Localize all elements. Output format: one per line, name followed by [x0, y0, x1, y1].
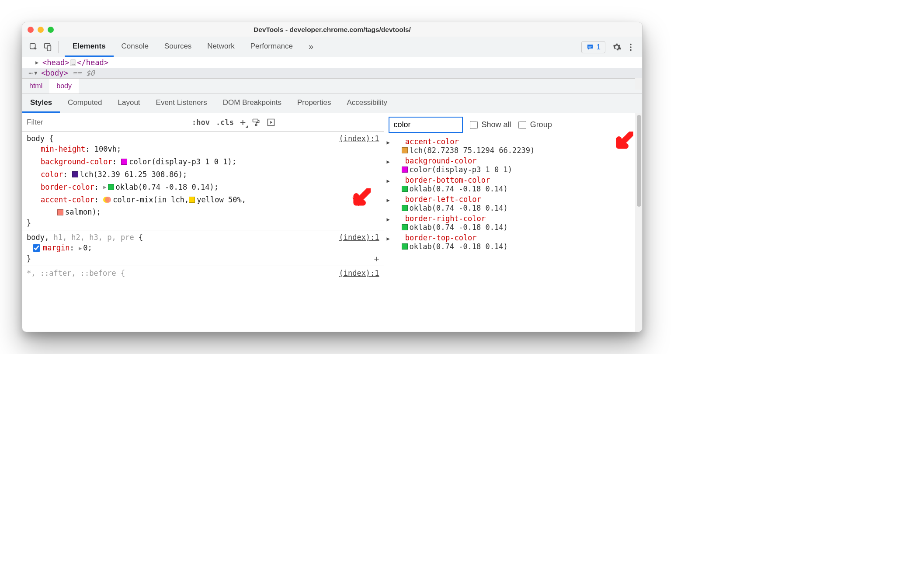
color-mix-swatch[interactable]: [103, 196, 111, 204]
zoom-window-button[interactable]: [48, 27, 54, 33]
css-prop[interactable]: color: lch(32.39 61.25 308.86);: [27, 168, 379, 181]
expand-icon[interactable]: ▶: [35, 59, 42, 66]
subtab-event-listeners[interactable]: Event Listeners: [148, 94, 215, 113]
subtab-properties[interactable]: Properties: [289, 94, 339, 113]
source-link[interactable]: (index):1: [339, 134, 379, 143]
selector[interactable]: body {: [27, 134, 379, 143]
expand-icon[interactable]: ▶: [387, 216, 393, 222]
dom-tree[interactable]: ▶ <head> … </head> ⋯ ▼ <body> == $0: [22, 57, 642, 78]
expand-icon[interactable]: ▶: [387, 236, 393, 242]
prop-enable-checkbox[interactable]: [33, 244, 40, 252]
close-window-button[interactable]: [28, 27, 34, 33]
breadcrumb: html body: [22, 78, 642, 94]
color-swatch[interactable]: [402, 243, 408, 250]
tabs-overflow[interactable]: »: [301, 37, 321, 57]
annotation-arrow-icon: [351, 188, 371, 208]
source-link[interactable]: (index):1: [339, 269, 379, 278]
show-all-input[interactable]: [470, 121, 478, 129]
minimize-window-button[interactable]: [38, 27, 44, 33]
color-swatch[interactable]: [402, 224, 408, 230]
expand-icon[interactable]: ▶: [387, 178, 393, 184]
device-toolbar-icon[interactable]: [41, 40, 55, 54]
source-link[interactable]: (index):1: [339, 233, 379, 242]
expand-icon[interactable]: ▶: [387, 139, 393, 146]
computed-property[interactable]: ▶ border-right-color oklab(0.74 -0.18 0.…: [387, 213, 639, 232]
paint-icon[interactable]: [252, 118, 261, 127]
ellipsis-icon[interactable]: …: [70, 59, 76, 66]
computed-toggle-icon[interactable]: [267, 118, 275, 127]
group-input[interactable]: [518, 121, 526, 129]
color-swatch[interactable]: [72, 171, 78, 177]
rule-close: }: [27, 219, 379, 227]
computed-pane: Show all Group ▶ accent-color lch(82.723…: [384, 113, 642, 332]
color-swatch[interactable]: [402, 147, 408, 153]
kebab-menu-icon[interactable]: [624, 40, 638, 54]
color-swatch[interactable]: [57, 209, 63, 215]
computed-scrollbar[interactable]: [635, 113, 642, 332]
tab-console[interactable]: Console: [114, 37, 156, 57]
show-all-checkbox[interactable]: Show all: [468, 120, 511, 130]
collapse-icon[interactable]: ▼: [34, 70, 40, 76]
chat-icon: [586, 43, 594, 51]
main-toolbar: Elements Console Sources Network Perform…: [22, 37, 642, 57]
computed-property[interactable]: ▶ border-bottom-color oklab(0.74 -0.18 0…: [387, 175, 639, 194]
rule-universal[interactable]: (index):1 *, ::after, ::before {: [22, 266, 384, 280]
color-swatch[interactable]: [189, 197, 195, 203]
traffic-lights: [28, 27, 54, 33]
subtab-computed[interactable]: Computed: [60, 94, 110, 113]
computed-property[interactable]: ▶ border-top-color oklab(0.74 -0.18 0.14…: [387, 232, 639, 252]
subtab-styles[interactable]: Styles: [22, 94, 60, 113]
more-dots: ⋯: [28, 69, 33, 77]
css-prop[interactable]: accent-color: color-mix(in lch, yellow 5…: [27, 194, 379, 206]
styles-filter-input[interactable]: [26, 113, 192, 131]
issues-button[interactable]: 1: [581, 41, 605, 53]
crumb-html[interactable]: html: [22, 79, 49, 94]
expand-icon[interactable]: ▶: [387, 159, 393, 165]
expand-shorthand-icon[interactable]: ▶: [79, 244, 82, 253]
tab-elements[interactable]: Elements: [65, 37, 114, 57]
hov-button[interactable]: :hov: [192, 118, 210, 127]
color-swatch[interactable]: [402, 167, 408, 173]
css-prop-cont[interactable]: salmon);: [27, 206, 379, 219]
subtab-dom-breakpoints[interactable]: DOM Breakpoints: [215, 94, 289, 113]
css-prop[interactable]: margin: ▶ 0;: [27, 242, 379, 254]
subtab-layout[interactable]: Layout: [110, 94, 148, 113]
dom-node-body[interactable]: ⋯ ▼ <body> == $0: [22, 68, 642, 78]
expand-icon[interactable]: ▶: [387, 197, 393, 203]
computed-list[interactable]: ▶ accent-color lch(82.7238 75.1294 66.22…: [384, 136, 642, 332]
computed-property[interactable]: ▶ accent-color lch(82.7238 75.1294 66.22…: [387, 136, 639, 156]
svg-point-7: [630, 49, 632, 51]
svg-rect-2: [47, 45, 51, 51]
tab-sources[interactable]: Sources: [156, 37, 199, 57]
cls-button[interactable]: .cls: [216, 118, 234, 127]
selector[interactable]: *, ::after, ::before {: [27, 269, 379, 278]
rule-body-h1-etc[interactable]: (index):1 body, h1, h2, h3, p, pre { mar…: [22, 230, 384, 266]
rule-close: }: [27, 254, 379, 263]
subtab-accessibility[interactable]: Accessibility: [339, 94, 395, 113]
selector[interactable]: body, h1, h2, h3, p, pre {: [27, 233, 379, 242]
computed-filter-input[interactable]: [389, 117, 463, 133]
expand-shorthand-icon[interactable]: ▶: [103, 183, 106, 191]
rule-body[interactable]: (index):1 body { min-height: 100vh; back…: [22, 132, 384, 230]
css-prop[interactable]: min-height: 100vh;: [27, 143, 379, 156]
css-prop[interactable]: border-color: ▶ oklab(0.74 -0.18 0.14);: [27, 181, 379, 194]
color-swatch[interactable]: [402, 186, 408, 192]
tab-network[interactable]: Network: [199, 37, 242, 57]
group-checkbox[interactable]: Group: [517, 120, 552, 130]
css-prop[interactable]: background-color: color(display-p3 1 0 1…: [27, 156, 379, 168]
svg-point-5: [630, 43, 632, 45]
styles-rules[interactable]: (index):1 body { min-height: 100vh; back…: [22, 132, 384, 332]
computed-property[interactable]: ▶ border-left-color oklab(0.74 -0.18 0.1…: [387, 194, 639, 213]
tab-performance[interactable]: Performance: [243, 37, 301, 57]
color-swatch[interactable]: [402, 205, 408, 211]
color-swatch[interactable]: [121, 159, 127, 165]
settings-icon[interactable]: [610, 40, 624, 54]
crumb-body[interactable]: body: [49, 79, 79, 94]
add-prop-button[interactable]: +: [374, 253, 379, 264]
inspect-element-icon[interactable]: [27, 40, 41, 54]
new-rule-button[interactable]: +◢: [240, 117, 246, 128]
computed-property[interactable]: ▶ background-color color(display-p3 1 0 …: [387, 156, 639, 175]
issues-count: 1: [597, 43, 601, 52]
dom-node-head[interactable]: ▶ <head> … </head>: [22, 57, 642, 68]
color-swatch[interactable]: [108, 184, 114, 190]
